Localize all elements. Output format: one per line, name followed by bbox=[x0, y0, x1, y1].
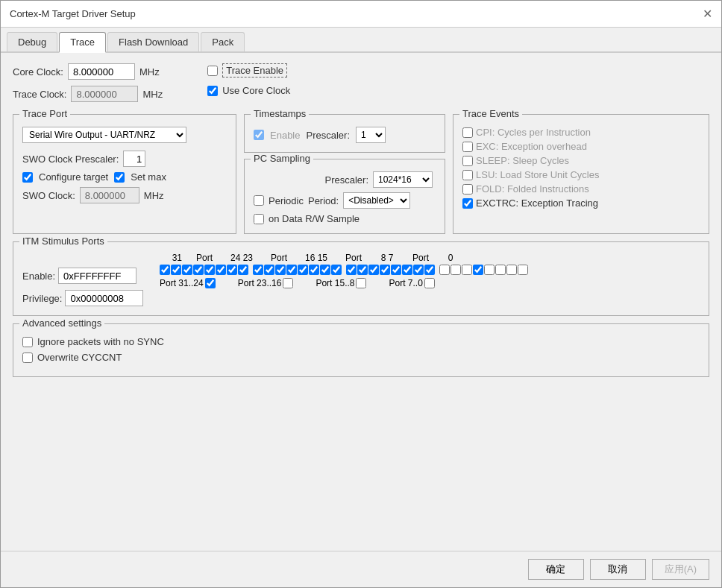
port-15-8-cb-5[interactable] bbox=[391, 265, 401, 275]
tab-debug[interactable]: Debug bbox=[7, 32, 57, 51]
tab-trace[interactable]: Trace bbox=[59, 32, 106, 53]
trace-event-exctrc-checkbox[interactable] bbox=[462, 198, 473, 209]
content-area: Core Clock: MHz Trace Clock: MHz Trace E… bbox=[1, 53, 721, 551]
itm-privilege-input[interactable] bbox=[65, 290, 143, 306]
ignore-sync-checkbox[interactable] bbox=[22, 337, 33, 347]
period-label: Period: bbox=[308, 195, 339, 206]
trace-enable-checkbox[interactable] bbox=[207, 66, 218, 76]
port-7-0-cb-1[interactable] bbox=[439, 265, 450, 275]
port-7-0-cb-2[interactable] bbox=[451, 265, 461, 275]
itm-enable-input[interactable] bbox=[58, 268, 136, 284]
port-num-1615: 16 15 bbox=[301, 253, 331, 263]
port-7-0-cb-8[interactable] bbox=[518, 265, 528, 275]
port-23-16-cb-7[interactable] bbox=[320, 265, 330, 275]
port-31-24-cb-6[interactable] bbox=[216, 265, 226, 275]
trace-event-sleep-checkbox[interactable] bbox=[462, 156, 473, 166]
itm-group: ITM Stimulus Ports Enable: Privilege: bbox=[13, 241, 709, 316]
pc-sampling-group: PC Sampling Prescaler: 1024*16 Periodic … bbox=[244, 159, 445, 234]
port-23-16-cb-6[interactable] bbox=[309, 265, 319, 275]
port-7-0-cb-4[interactable] bbox=[473, 265, 483, 275]
set-max-checkbox[interactable] bbox=[114, 172, 125, 183]
trace-event-lsu-label: LSU: Load Store Unit Cycles bbox=[476, 169, 599, 180]
port-label-2: Port bbox=[257, 253, 301, 263]
port-range-23-16-checkbox[interactable] bbox=[283, 278, 293, 288]
port-23-16-cb-8[interactable] bbox=[331, 265, 342, 275]
trace-clock-input[interactable] bbox=[71, 86, 138, 102]
trace-event-exc-checkbox[interactable] bbox=[462, 142, 473, 152]
port-7-0-cb-5[interactable] bbox=[484, 265, 495, 275]
port-num-87: 8 7 bbox=[376, 253, 398, 263]
overwrite-cyccnt-label: Overwrite CYCCNT bbox=[37, 352, 122, 363]
timestamps-title: Timestamps bbox=[251, 108, 309, 119]
port-23-16-cb-1[interactable] bbox=[253, 265, 263, 275]
port-range-7-0-label: Port 7..0 bbox=[389, 278, 422, 288]
trace-port-group: Trace Port Serial Wire Output - UART/NRZ… bbox=[13, 114, 236, 234]
pc-sampling-prescaler-select[interactable]: 1024*16 bbox=[373, 171, 433, 188]
port-range-31-24-checkbox[interactable] bbox=[205, 278, 216, 288]
timestamps-enable-checkbox[interactable] bbox=[254, 130, 264, 140]
trace-event-fold: FOLD: Folded Instructions bbox=[462, 183, 700, 195]
trace-port-title: Trace Port bbox=[19, 108, 70, 119]
on-data-rw-checkbox[interactable] bbox=[254, 214, 264, 224]
trace-event-lsu: LSU: Load Store Unit Cycles bbox=[462, 169, 700, 180]
trace-event-lsu-checkbox[interactable] bbox=[462, 170, 473, 180]
port-23-16-cb-5[interactable] bbox=[298, 265, 308, 275]
port-num-2423: 24 23 bbox=[227, 253, 257, 263]
swo-clock-input[interactable] bbox=[80, 187, 139, 203]
port-31-24-cb-5[interactable] bbox=[204, 265, 215, 275]
core-clock-input[interactable] bbox=[68, 63, 135, 80]
timestamps-prescaler-select[interactable]: 1 bbox=[356, 127, 386, 143]
periodic-checkbox[interactable] bbox=[254, 195, 264, 206]
port-31-24-cb-2[interactable] bbox=[171, 265, 181, 275]
port-num-31: 31 bbox=[160, 253, 182, 263]
port-7-0-cb-6[interactable] bbox=[495, 265, 506, 275]
period-select[interactable]: <Disabled> bbox=[343, 192, 410, 209]
trace-event-cpi: CPI: Cycles per Instruction bbox=[462, 127, 700, 138]
port-15-8-cb-2[interactable] bbox=[357, 265, 368, 275]
advanced-item-cyccnt: Overwrite CYCCNT bbox=[22, 352, 700, 363]
footer: 确定 取消 应用(A) bbox=[1, 551, 721, 587]
port-range-7-0-checkbox[interactable] bbox=[424, 278, 435, 288]
ok-button[interactable]: 确定 bbox=[528, 559, 584, 580]
cancel-button[interactable]: 取消 bbox=[590, 559, 646, 580]
trace-event-fold-checkbox[interactable] bbox=[462, 184, 473, 195]
port-23-16-cb-4[interactable] bbox=[286, 265, 297, 275]
port-31-24-cb-8[interactable] bbox=[238, 265, 248, 275]
port-7-0-cb-7[interactable] bbox=[506, 265, 517, 275]
port-23-16-cb-2[interactable] bbox=[264, 265, 274, 275]
port-31-24-cb-1[interactable] bbox=[160, 265, 170, 275]
tab-flash-download[interactable]: Flash Download bbox=[107, 32, 199, 51]
on-data-rw-label: on Data R/W Sample bbox=[269, 213, 360, 224]
overwrite-cyccnt-checkbox[interactable] bbox=[22, 353, 33, 363]
port-15-8-cb-3[interactable] bbox=[368, 265, 379, 275]
port-15-8-cb-4[interactable] bbox=[380, 265, 390, 275]
configure-target-checkbox[interactable] bbox=[22, 172, 33, 183]
port-range-15-8-checkbox[interactable] bbox=[356, 278, 366, 288]
port-23-16-cb-3[interactable] bbox=[275, 265, 286, 275]
port-15-8-cb-1[interactable] bbox=[346, 265, 357, 275]
swo-prescaler-input[interactable] bbox=[123, 151, 145, 167]
port-31-24-cb-3[interactable] bbox=[182, 265, 192, 275]
port-15-8-cb-8[interactable] bbox=[424, 265, 435, 275]
trace-event-exctrc: EXCTRC: Exception Tracing bbox=[462, 197, 700, 209]
port-range-31-24: Port 31..24 bbox=[160, 278, 216, 288]
port-31-24-cb-4[interactable] bbox=[193, 265, 204, 275]
port-15-8-cb-6[interactable] bbox=[402, 265, 412, 275]
apply-button[interactable]: 应用(A) bbox=[652, 559, 709, 580]
trace-events-group: Trace Events CPI: Cycles per Instruction… bbox=[453, 114, 709, 234]
ignore-sync-label: Ignore packets with no SYNC bbox=[37, 336, 164, 347]
port-7-0-cb-3[interactable] bbox=[462, 265, 472, 275]
trace-port-select[interactable]: Serial Wire Output - UART/NRZ bbox=[22, 127, 186, 143]
trace-event-cpi-checkbox[interactable] bbox=[462, 127, 473, 138]
port-label-4: Port bbox=[398, 253, 443, 263]
trace-event-sleep-label: SLEEP: Sleep Cycles bbox=[476, 155, 569, 166]
tab-pack[interactable]: Pack bbox=[201, 32, 245, 51]
set-max-label: Set max bbox=[131, 171, 166, 183]
port-31-24-cb-7[interactable] bbox=[227, 265, 237, 275]
port-15-8-cb-7[interactable] bbox=[413, 265, 424, 275]
close-button[interactable]: ✕ bbox=[703, 8, 712, 20]
itm-privilege-label: Privilege: bbox=[22, 293, 62, 304]
pc-sampling-prescaler-label: Prescaler: bbox=[324, 174, 368, 186]
port-num-0: 0 bbox=[443, 253, 458, 263]
use-core-clock-checkbox[interactable] bbox=[207, 86, 218, 96]
